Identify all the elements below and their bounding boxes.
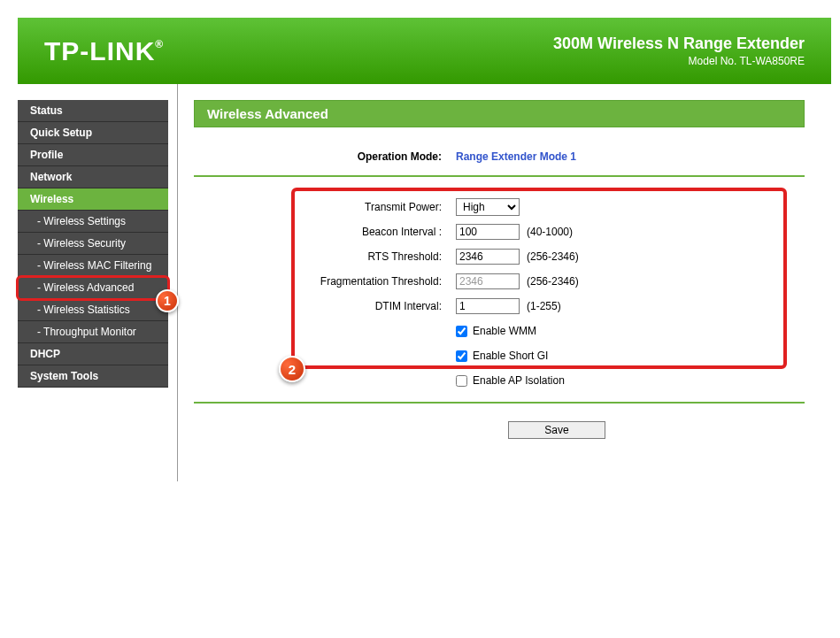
rts-threshold-range: (256-2346)	[527, 250, 579, 263]
sidebar-item-wireless-advanced[interactable]: - Wireless Advanced1	[18, 277, 168, 299]
sidebar-item-dhcp[interactable]: DHCP	[18, 343, 168, 365]
enable-wmm-row[interactable]: Enable WMM	[456, 325, 536, 337]
enable-ap-isolation-label: Enable AP Isolation	[473, 374, 565, 387]
dtim-interval-input[interactable]	[456, 298, 520, 314]
enable-short-gi-label: Enable Short GI	[473, 350, 548, 362]
beacon-interval-label: Beacon Interval :	[194, 226, 451, 238]
annotation-badge-1: 1	[156, 289, 179, 312]
sidebar-item-wireless-statistics[interactable]: - Wireless Statistics	[18, 299, 168, 321]
form-area: 2 Transmit Power: High Beacon Interval :…	[194, 189, 805, 404]
rts-threshold-input[interactable]	[456, 249, 520, 265]
transmit-power-label: Transmit Power:	[194, 201, 451, 213]
operation-mode-value: Range Extender Mode 1	[451, 150, 805, 163]
transmit-power-select[interactable]: High	[456, 198, 520, 216]
sidebar-item-profile[interactable]: Profile	[18, 144, 168, 166]
frag-threshold-input[interactable]	[456, 273, 520, 289]
enable-short-gi-row[interactable]: Enable Short GI	[456, 350, 548, 362]
model-number: Model No. TL-WA850RE	[553, 55, 805, 67]
operation-mode-row: Operation Mode: Range Extender Mode 1	[194, 143, 805, 177]
sidebar-item-system-tools[interactable]: System Tools	[18, 365, 168, 388]
sidebar-item-quick-setup[interactable]: Quick Setup	[18, 122, 168, 144]
beacon-interval-range: (40-1000)	[527, 226, 573, 238]
frag-threshold-range: (256-2346)	[527, 275, 579, 288]
header-right: 300M Wireless N Range Extender Model No.…	[553, 35, 805, 67]
frag-threshold-label: Fragmentation Threshold:	[194, 275, 451, 288]
sidebar-item-network[interactable]: Network	[18, 166, 168, 188]
logo-text: TP-LINK®	[44, 36, 164, 66]
enable-ap-isolation-row[interactable]: Enable AP Isolation	[456, 374, 565, 387]
sidebar-item-wireless-security[interactable]: - Wireless Security	[18, 233, 168, 255]
sidebar-item-status[interactable]: Status	[18, 100, 168, 122]
enable-short-gi-checkbox[interactable]	[456, 350, 467, 362]
beacon-interval-input[interactable]	[456, 224, 520, 240]
sidebar-item-wireless-settings[interactable]: - Wireless Settings	[18, 211, 168, 233]
sidebar: StatusQuick SetupProfileNetworkWireless-…	[18, 84, 168, 481]
operation-mode-label: Operation Mode:	[194, 150, 451, 163]
sidebar-item-wireless-mac-filtering[interactable]: - Wireless MAC Filtering	[18, 255, 168, 277]
enable-wmm-label: Enable WMM	[473, 325, 536, 337]
page-title: Wireless Advanced	[194, 100, 805, 127]
dtim-interval-range: (1-255)	[527, 300, 561, 312]
save-button[interactable]: Save	[508, 421, 605, 439]
product-title: 300M Wireless N Range Extender	[553, 35, 805, 53]
annotation-badge-2: 2	[279, 356, 305, 382]
sidebar-item-throughput-monitor[interactable]: - Throughput Monitor	[18, 321, 168, 343]
dtim-interval-label: DTIM Interval:	[194, 300, 451, 312]
logo: TP-LINK®	[44, 36, 164, 66]
enable-ap-isolation-checkbox[interactable]	[456, 375, 467, 387]
header: TP-LINK® 300M Wireless N Range Extender …	[0, 0, 840, 84]
content: Wireless Advanced Operation Mode: Range …	[177, 84, 840, 481]
rts-threshold-label: RTS Threshold:	[194, 250, 451, 263]
sidebar-item-wireless[interactable]: Wireless	[18, 188, 168, 211]
enable-wmm-checkbox[interactable]	[456, 326, 467, 337]
